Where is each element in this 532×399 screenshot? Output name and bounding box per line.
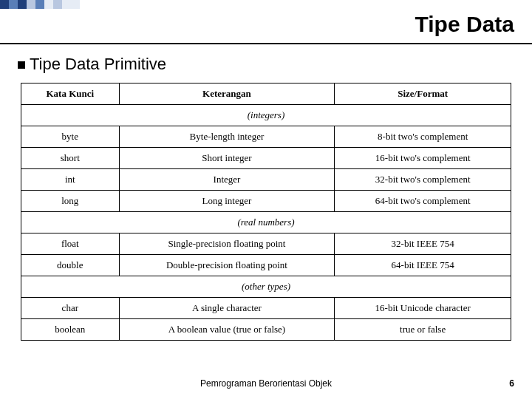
cell-size: true or false xyxy=(335,319,511,341)
cell-description: Double-precision floating point xyxy=(119,255,335,276)
table-row: longLong integer64-bit two's complement xyxy=(21,191,511,212)
title-underline xyxy=(0,43,532,44)
group-label: (integers) xyxy=(21,105,511,126)
bullet-icon xyxy=(18,61,25,69)
top-decoration xyxy=(0,0,80,9)
cell-size: 64-bit two's complement xyxy=(335,191,511,212)
section-heading: Tipe Data Primitive xyxy=(18,55,166,74)
cell-size: 64-bit IEEE 754 xyxy=(335,255,511,276)
table-row: shortShort integer16-bit two's complemen… xyxy=(21,148,511,169)
table-header-row: Kata Kunci Keterangan Size/Format xyxy=(21,83,511,105)
header-size-format: Size/Format xyxy=(335,83,511,105)
table-row: charA single character16-bit Unicode cha… xyxy=(21,298,511,319)
group-row: (integers) xyxy=(21,105,511,126)
group-label: (real numbers) xyxy=(21,212,511,233)
table-row: byteByte-length integer8-bit two's compl… xyxy=(21,126,511,148)
cell-size: 8-bit two's complement xyxy=(335,126,511,148)
table-row: intInteger32-bit two's complement xyxy=(21,169,511,191)
slide-title: Tipe Data xyxy=(415,12,515,37)
table-row: doubleDouble-precision floating point64-… xyxy=(21,255,511,276)
cell-size: 16-bit Unicode character xyxy=(335,298,511,319)
table-row: booleanA boolean value (true or false)tr… xyxy=(21,319,511,341)
cell-keyword: float xyxy=(21,233,120,255)
page-number: 6 xyxy=(509,378,514,389)
cell-keyword: char xyxy=(21,298,120,319)
cell-size: 16-bit two's complement xyxy=(335,148,511,169)
cell-keyword: long xyxy=(21,191,120,212)
cell-description: Short integer xyxy=(119,148,335,169)
cell-keyword: int xyxy=(21,169,120,191)
subtitle-text: Tipe Data Primitive xyxy=(30,55,166,73)
cell-keyword: short xyxy=(21,148,120,169)
group-row: (other types) xyxy=(21,276,511,298)
group-row: (real numbers) xyxy=(21,212,511,233)
data-types-table: Kata Kunci Keterangan Size/Format (integ… xyxy=(21,83,511,341)
group-label: (other types) xyxy=(21,276,511,298)
cell-description: Byte-length integer xyxy=(119,126,335,148)
cell-size: 32-bit IEEE 754 xyxy=(335,233,511,255)
cell-keyword: byte xyxy=(21,126,120,148)
cell-size: 32-bit two's complement xyxy=(335,169,511,191)
cell-description: Integer xyxy=(119,169,335,191)
cell-description: A single character xyxy=(119,298,335,319)
cell-description: A boolean value (true or false) xyxy=(119,319,335,341)
footer-text: Pemrograman Berorientasi Objek xyxy=(0,378,532,389)
header-kata-kunci: Kata Kunci xyxy=(21,83,120,105)
header-keterangan: Keterangan xyxy=(119,83,335,105)
cell-keyword: boolean xyxy=(21,319,120,341)
cell-keyword: double xyxy=(21,255,120,276)
cell-description: Long integer xyxy=(119,191,335,212)
table-row: floatSingle-precision floating point32-b… xyxy=(21,233,511,255)
cell-description: Single-precision floating point xyxy=(119,233,335,255)
